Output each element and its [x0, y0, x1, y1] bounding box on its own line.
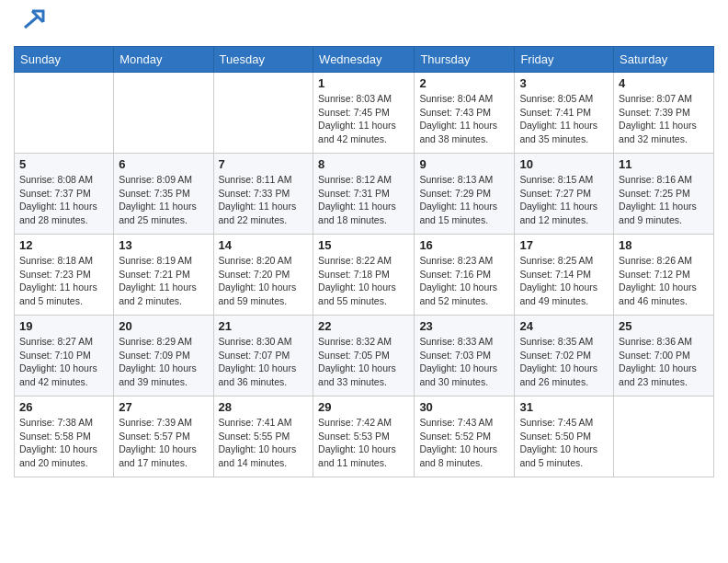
calendar-cell: 13Sunrise: 8:19 AMSunset: 7:21 PMDayligh… — [114, 235, 213, 316]
weekday-header: Wednesday — [313, 47, 415, 73]
calendar-cell: 11Sunrise: 8:16 AMSunset: 7:25 PMDayligh… — [614, 154, 714, 235]
day-info: Sunrise: 8:12 AMSunset: 7:31 PMDaylight:… — [318, 173, 409, 227]
day-info: Sunrise: 8:26 AMSunset: 7:12 PMDaylight:… — [619, 254, 709, 308]
day-number: 9 — [419, 157, 509, 171]
day-info: Sunrise: 8:25 AMSunset: 7:14 PMDaylight:… — [519, 254, 609, 308]
calendar-cell — [213, 73, 313, 154]
day-info: Sunrise: 8:07 AMSunset: 7:39 PMDaylight:… — [619, 92, 709, 146]
weekday-header: Tuesday — [213, 47, 313, 73]
logo-text — [14, 9, 45, 39]
calendar-cell: 28Sunrise: 7:41 AMSunset: 5:55 PMDayligh… — [213, 396, 313, 477]
calendar-cell — [15, 73, 114, 154]
day-number: 20 — [119, 319, 208, 333]
day-info: Sunrise: 7:45 AMSunset: 5:50 PMDaylight:… — [519, 416, 609, 470]
day-number: 6 — [119, 157, 208, 171]
calendar-cell: 3Sunrise: 8:05 AMSunset: 7:41 PMDaylight… — [515, 73, 614, 154]
calendar-header-row: SundayMondayTuesdayWednesdayThursdayFrid… — [15, 47, 714, 73]
day-info: Sunrise: 8:13 AMSunset: 7:29 PMDaylight:… — [419, 173, 509, 227]
day-info: Sunrise: 8:30 AMSunset: 7:07 PMDaylight:… — [219, 335, 309, 389]
day-number: 24 — [519, 319, 609, 333]
day-number: 22 — [318, 319, 409, 333]
day-number: 18 — [619, 238, 709, 252]
calendar-cell: 10Sunrise: 8:15 AMSunset: 7:27 PMDayligh… — [515, 154, 614, 235]
day-info: Sunrise: 7:39 AMSunset: 5:57 PMDaylight:… — [119, 416, 208, 470]
calendar-week-row: 5Sunrise: 8:08 AMSunset: 7:37 PMDaylight… — [15, 154, 714, 235]
day-number: 16 — [419, 238, 509, 252]
day-info: Sunrise: 8:23 AMSunset: 7:16 PMDaylight:… — [419, 254, 509, 308]
calendar-cell: 15Sunrise: 8:22 AMSunset: 7:18 PMDayligh… — [313, 235, 415, 316]
day-number: 2 — [419, 76, 509, 90]
day-number: 1 — [318, 76, 409, 90]
calendar-cell: 1Sunrise: 8:03 AMSunset: 7:45 PMDaylight… — [313, 73, 415, 154]
calendar-week-row: 19Sunrise: 8:27 AMSunset: 7:10 PMDayligh… — [15, 316, 714, 396]
calendar-cell: 27Sunrise: 7:39 AMSunset: 5:57 PMDayligh… — [114, 396, 213, 477]
calendar-cell: 26Sunrise: 7:38 AMSunset: 5:58 PMDayligh… — [15, 396, 114, 477]
calendar-week-row: 1Sunrise: 8:03 AMSunset: 7:45 PMDaylight… — [15, 73, 714, 154]
calendar-cell — [614, 396, 714, 477]
weekday-header: Sunday — [15, 47, 114, 73]
day-info: Sunrise: 8:22 AMSunset: 7:18 PMDaylight:… — [318, 254, 409, 308]
calendar-cell: 5Sunrise: 8:08 AMSunset: 7:37 PMDaylight… — [15, 154, 114, 235]
calendar-cell: 23Sunrise: 8:33 AMSunset: 7:03 PMDayligh… — [415, 316, 515, 396]
calendar-cell: 4Sunrise: 8:07 AMSunset: 7:39 PMDaylight… — [614, 73, 714, 154]
page-header — [14, 9, 714, 39]
day-info: Sunrise: 8:29 AMSunset: 7:09 PMDaylight:… — [119, 335, 208, 389]
day-info: Sunrise: 8:36 AMSunset: 7:00 PMDaylight:… — [619, 335, 709, 389]
day-info: Sunrise: 8:11 AMSunset: 7:33 PMDaylight:… — [219, 173, 309, 227]
calendar-cell: 12Sunrise: 8:18 AMSunset: 7:23 PMDayligh… — [15, 235, 114, 316]
weekday-header: Friday — [515, 47, 614, 73]
day-info: Sunrise: 8:04 AMSunset: 7:43 PMDaylight:… — [419, 92, 509, 146]
calendar-table: SundayMondayTuesdayWednesdayThursdayFrid… — [14, 46, 714, 477]
calendar-cell: 16Sunrise: 8:23 AMSunset: 7:16 PMDayligh… — [415, 235, 515, 316]
day-info: Sunrise: 7:43 AMSunset: 5:52 PMDaylight:… — [419, 416, 509, 470]
day-info: Sunrise: 8:18 AMSunset: 7:23 PMDaylight:… — [19, 254, 108, 308]
day-number: 30 — [419, 400, 509, 414]
day-number: 13 — [119, 238, 208, 252]
day-info: Sunrise: 7:38 AMSunset: 5:58 PMDaylight:… — [19, 416, 108, 470]
logo-icon — [17, 7, 45, 39]
day-number: 15 — [318, 238, 409, 252]
day-info: Sunrise: 8:20 AMSunset: 7:20 PMDaylight:… — [219, 254, 309, 308]
calendar-cell — [114, 73, 213, 154]
day-info: Sunrise: 8:35 AMSunset: 7:02 PMDaylight:… — [519, 335, 609, 389]
calendar-cell: 6Sunrise: 8:09 AMSunset: 7:35 PMDaylight… — [114, 154, 213, 235]
calendar-cell: 17Sunrise: 8:25 AMSunset: 7:14 PMDayligh… — [515, 235, 614, 316]
calendar-cell: 18Sunrise: 8:26 AMSunset: 7:12 PMDayligh… — [614, 235, 714, 316]
day-info: Sunrise: 8:05 AMSunset: 7:41 PMDaylight:… — [519, 92, 609, 146]
day-number: 31 — [519, 400, 609, 414]
weekday-header: Monday — [114, 47, 213, 73]
calendar-cell: 9Sunrise: 8:13 AMSunset: 7:29 PMDaylight… — [415, 154, 515, 235]
day-number: 23 — [419, 319, 509, 333]
day-number: 5 — [19, 157, 108, 171]
calendar-cell: 24Sunrise: 8:35 AMSunset: 7:02 PMDayligh… — [515, 316, 614, 396]
calendar-week-row: 26Sunrise: 7:38 AMSunset: 5:58 PMDayligh… — [15, 396, 714, 477]
day-number: 3 — [519, 76, 609, 90]
logo — [14, 9, 45, 39]
day-number: 25 — [619, 319, 709, 333]
calendar-cell: 30Sunrise: 7:43 AMSunset: 5:52 PMDayligh… — [415, 396, 515, 477]
calendar-cell: 19Sunrise: 8:27 AMSunset: 7:10 PMDayligh… — [15, 316, 114, 396]
day-info: Sunrise: 8:27 AMSunset: 7:10 PMDaylight:… — [19, 335, 108, 389]
day-number: 7 — [219, 157, 309, 171]
day-number: 26 — [19, 400, 108, 414]
day-number: 21 — [219, 319, 309, 333]
calendar-cell: 7Sunrise: 8:11 AMSunset: 7:33 PMDaylight… — [213, 154, 313, 235]
calendar-week-row: 12Sunrise: 8:18 AMSunset: 7:23 PMDayligh… — [15, 235, 714, 316]
day-info: Sunrise: 8:19 AMSunset: 7:21 PMDaylight:… — [119, 254, 208, 308]
day-number: 29 — [318, 400, 409, 414]
weekday-header: Saturday — [614, 47, 714, 73]
calendar-cell: 21Sunrise: 8:30 AMSunset: 7:07 PMDayligh… — [213, 316, 313, 396]
calendar-cell: 25Sunrise: 8:36 AMSunset: 7:00 PMDayligh… — [614, 316, 714, 396]
day-info: Sunrise: 8:15 AMSunset: 7:27 PMDaylight:… — [519, 173, 609, 227]
weekday-header: Thursday — [415, 47, 515, 73]
day-info: Sunrise: 8:03 AMSunset: 7:45 PMDaylight:… — [318, 92, 409, 146]
day-number: 8 — [318, 157, 409, 171]
day-number: 28 — [219, 400, 309, 414]
calendar-cell: 31Sunrise: 7:45 AMSunset: 5:50 PMDayligh… — [515, 396, 614, 477]
calendar-cell: 20Sunrise: 8:29 AMSunset: 7:09 PMDayligh… — [114, 316, 213, 396]
day-number: 12 — [19, 238, 108, 252]
day-info: Sunrise: 7:42 AMSunset: 5:53 PMDaylight:… — [318, 416, 409, 470]
calendar-cell: 8Sunrise: 8:12 AMSunset: 7:31 PMDaylight… — [313, 154, 415, 235]
day-number: 10 — [519, 157, 609, 171]
calendar-cell: 2Sunrise: 8:04 AMSunset: 7:43 PMDaylight… — [415, 73, 515, 154]
